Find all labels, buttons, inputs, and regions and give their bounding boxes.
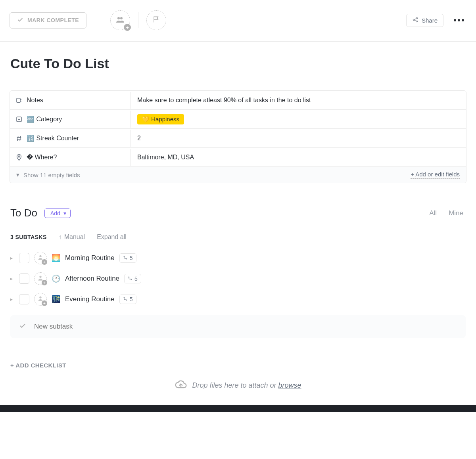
subtask-count-pill[interactable]: 5 (119, 295, 136, 304)
svg-point-1 (120, 17, 123, 19)
count: 5 (130, 255, 133, 261)
people-icon (115, 15, 125, 26)
task-name[interactable]: Afternoon Routine (65, 275, 119, 283)
share-button[interactable]: Share (406, 14, 443, 27)
task-checkbox[interactable] (19, 253, 29, 263)
field-name: � Where? (27, 153, 57, 161)
flag-icon (152, 15, 160, 25)
dropdown-icon (15, 116, 23, 123)
show-empty-fields-button[interactable]: ▾ Show 11 empty fields (16, 171, 80, 178)
arrow-up-icon: ↑ (59, 233, 62, 241)
count: 5 (134, 275, 138, 282)
field-label: � Where? (10, 149, 131, 166)
field-name: 🔤 Category (27, 115, 62, 123)
page-title[interactable]: Cute To Do List (0, 42, 476, 78)
svg-rect-10 (17, 117, 21, 122)
task-checkbox[interactable] (19, 273, 29, 284)
field-row-where: � Where? Baltimore, MD, USA (10, 148, 466, 167)
branch-icon (123, 296, 128, 302)
svg-point-20 (129, 277, 129, 277)
svg-point-23 (124, 297, 125, 298)
expand-caret[interactable]: ▸ (10, 255, 14, 261)
field-label: 🔤 Category (10, 111, 131, 128)
sort-button[interactable]: ↑ Manual (59, 233, 85, 241)
field-row-category: 🔤 Category 💛 Happiness (10, 110, 466, 129)
plus-icon: + (42, 259, 47, 265)
attachment-dropzone[interactable]: Drop files here to attach or browse (0, 373, 476, 405)
assign-button[interactable]: + (34, 272, 47, 285)
svg-line-6 (414, 20, 416, 21)
field-value-where[interactable]: Baltimore, MD, USA (131, 150, 466, 165)
new-subtask-input[interactable] (34, 323, 457, 331)
svg-line-14 (20, 136, 21, 141)
svg-point-19 (39, 276, 41, 278)
plus-icon: + (124, 24, 131, 31)
field-label: 🔢 Streak Counter (10, 130, 131, 147)
svg-point-21 (131, 279, 132, 280)
share-icon (412, 17, 418, 24)
svg-point-15 (18, 155, 20, 157)
expand-caret[interactable]: ▸ (10, 296, 14, 302)
add-subtask-button[interactable]: Add ▾ (44, 208, 71, 218)
cloud-upload-icon (175, 378, 187, 393)
new-subtask-row[interactable] (10, 315, 466, 338)
task-emoji: 🕐 (52, 274, 60, 283)
task-row[interactable]: ▸ + 🌅 Morning Routine 5 (10, 248, 466, 268)
expand-caret[interactable]: ▸ (10, 276, 14, 281)
more-menu-button[interactable] (451, 19, 466, 21)
todo-title: To Do (10, 207, 37, 219)
branch-icon (123, 255, 128, 261)
svg-point-24 (126, 300, 127, 300)
location-icon (15, 154, 23, 161)
sort-label: Manual (64, 233, 85, 241)
task-emoji: 🌃 (52, 295, 60, 304)
task-list: ▸ + 🌅 Morning Routine 5 ▸ + 🕐 Afternoon … (0, 245, 476, 310)
check-icon (17, 17, 23, 24)
svg-point-18 (126, 258, 127, 259)
browse-link[interactable]: browse (278, 381, 301, 389)
field-label: Notes (10, 92, 131, 109)
svg-point-22 (39, 296, 41, 298)
add-assignee-button[interactable]: + (110, 10, 130, 30)
toolbar: MARK COMPLETE + Share (0, 0, 476, 42)
svg-rect-7 (17, 98, 20, 102)
filter-mine[interactable]: Mine (446, 209, 466, 217)
branch-icon (128, 275, 132, 282)
field-value-category[interactable]: 💛 Happiness (131, 110, 466, 128)
expand-all-button[interactable]: Expand all (97, 233, 127, 241)
field-value-streak[interactable]: 2 (131, 131, 466, 146)
task-row[interactable]: ▸ + 🌃 Evening Routine 5 (10, 289, 466, 310)
field-name: Notes (27, 97, 43, 104)
subtask-count-pill[interactable]: 5 (119, 253, 136, 263)
flag-button[interactable] (146, 10, 166, 30)
hash-icon (15, 135, 23, 142)
add-checklist-button[interactable]: + ADD CHECKLIST (0, 338, 476, 373)
dropzone-text: Drop files here to attach or (192, 381, 278, 389)
category-tag[interactable]: 💛 Happiness (137, 114, 184, 124)
plus-icon: + (42, 280, 47, 285)
custom-fields: Notes Make sure to complete atleast 90% … (10, 90, 466, 183)
filter-all[interactable]: All (427, 209, 439, 217)
subtask-count-pill[interactable]: 5 (124, 274, 141, 283)
assign-button[interactable]: + (34, 293, 47, 306)
count: 5 (130, 296, 133, 302)
assign-button[interactable]: + (34, 252, 47, 264)
mark-complete-button[interactable]: MARK COMPLETE (10, 12, 86, 29)
field-value-notes[interactable]: Make sure to complete atleast 90% of all… (131, 93, 466, 108)
svg-point-16 (39, 255, 41, 257)
plus-icon: + (42, 300, 47, 306)
text-icon (15, 97, 23, 104)
divider (138, 12, 138, 28)
subtasks-count: 3 SUBTASKS (10, 234, 47, 240)
svg-line-13 (17, 136, 18, 141)
task-checkbox[interactable] (19, 294, 29, 304)
share-label: Share (422, 17, 438, 24)
task-name[interactable]: Morning Routine (65, 254, 115, 262)
task-row[interactable]: ▸ + 🕐 Afternoon Routine 5 (10, 268, 466, 289)
field-row-notes: Notes Make sure to complete atleast 90% … (10, 91, 466, 110)
add-label: Add (50, 210, 60, 216)
add-edit-fields-button[interactable]: + Add or edit fields (411, 171, 460, 179)
task-name[interactable]: Evening Routine (65, 295, 115, 303)
subtasks-bar: 3 SUBTASKS ↑ Manual Expand all (0, 223, 476, 245)
field-row-streak: 🔢 Streak Counter 2 (10, 129, 466, 148)
